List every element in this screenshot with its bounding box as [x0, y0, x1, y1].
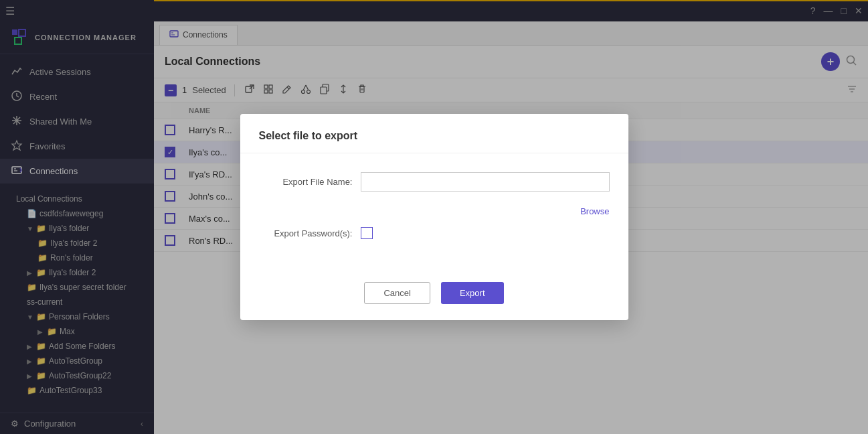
export-button[interactable]: Export [441, 282, 504, 304]
export-filename-field-row: Export File Name: [259, 172, 610, 192]
export-filename-row: Export File Name: Browse [259, 172, 610, 216]
export-passwords-checkbox[interactable] [361, 227, 373, 239]
export-passwords-row: Export Password(s): [259, 227, 610, 239]
cancel-button[interactable]: Cancel [364, 282, 430, 304]
export-filename-label: Export File Name: [259, 177, 353, 187]
modal-body: Export File Name: Browse Export Password… [240, 153, 628, 271]
modal-title: Select file to export [240, 114, 628, 153]
export-passwords-label: Export Password(s): [259, 228, 353, 238]
browse-button[interactable]: Browse [580, 206, 609, 216]
modal-overlay: Select file to export Export File Name: … [0, 0, 868, 434]
export-filename-input[interactable] [361, 172, 610, 192]
modal-footer: Cancel Export [240, 271, 628, 320]
browse-row: Browse [259, 205, 610, 216]
export-modal: Select file to export Export File Name: … [240, 114, 628, 320]
